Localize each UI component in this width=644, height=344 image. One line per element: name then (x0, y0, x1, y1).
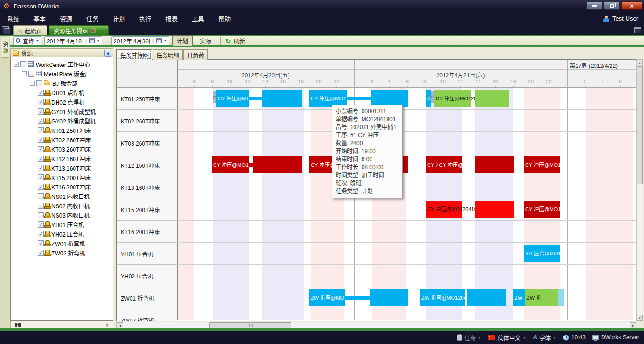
tree-item[interactable]: ✓KT02 260T冲床 (11, 135, 113, 144)
date-to-picker[interactable]: 2012年 4月30日 ▼ (111, 36, 169, 45)
menu-item-执行[interactable]: 执行 (132, 14, 158, 23)
gantt-bar[interactable]: CY 冲压@MO12041904 (212, 156, 249, 173)
tree-checkbox[interactable]: ✓ (38, 250, 44, 256)
tree-checkbox[interactable]: ✓ (38, 174, 44, 180)
gantt-bar[interactable]: CY 冲压@MO12041902 (434, 90, 471, 107)
gantt-bar[interactable] (262, 90, 302, 107)
vscroll-thumb[interactable] (637, 66, 643, 184)
chevron-down-icon[interactable]: ▼ (523, 336, 526, 339)
tree-checkbox[interactable]: ✓ (38, 137, 44, 143)
tab-daily-load[interactable]: 日负荷 (183, 49, 208, 60)
tree-checkbox[interactable]: ✓ (38, 240, 44, 246)
tree-checkbox[interactable] (38, 212, 44, 218)
tree-checkbox[interactable] (38, 193, 44, 199)
minimize-button[interactable] (586, 1, 603, 10)
actual-button[interactable]: 实际 (196, 36, 215, 46)
refresh-button[interactable]: 刷新 (234, 36, 249, 46)
tree-item[interactable]: ✓YH02 压合机 (11, 229, 113, 238)
menu-item-任务[interactable]: 任务 (79, 14, 106, 23)
gantt-bar[interactable] (558, 289, 564, 306)
date-from-picker[interactable]: 2012年 4月18日 ▼ (44, 36, 102, 45)
statusbar-item-10:43[interactable]: 10:43 (563, 334, 586, 341)
tree-item[interactable]: NS02 内收口机 (11, 201, 113, 210)
gantt-bar[interactable] (249, 163, 253, 167)
plan-button[interactable]: 计划 (172, 35, 193, 46)
scroll-right-icon[interactable]: ▶ (630, 322, 636, 328)
tree-item[interactable]: ✓GY01 外桶成型机 (11, 106, 113, 116)
tab-start-page[interactable]: ⌂ 起始页 (13, 25, 47, 35)
menu-item-资源[interactable]: 资源 (53, 14, 79, 23)
gantt-bar[interactable]: C (426, 90, 431, 107)
gantt-bar[interactable]: CY 冲压@MO12041903 (426, 201, 462, 218)
tree-checkbox[interactable]: ✓ (38, 118, 44, 124)
hscroll-thumb[interactable] (209, 322, 291, 328)
expander-icon[interactable]: − (30, 81, 35, 86)
tree-checkbox[interactable]: ✓ (38, 156, 44, 162)
chevron-down-icon[interactable]: ▼ (97, 39, 100, 42)
gantt-bar[interactable]: CY 冲压@MO1 (524, 156, 560, 173)
statusbar-item-DWorks Server[interactable]: DWorks Server (592, 334, 639, 341)
menu-item-报表[interactable]: 报表 (158, 14, 185, 23)
tab-close-icon[interactable]: × (91, 28, 96, 33)
tree-checkbox[interactable]: ✓ (38, 165, 44, 171)
restore-button[interactable] (604, 1, 620, 10)
panels-icon[interactable] (2, 26, 9, 33)
tree-checkbox[interactable]: ✓ (38, 221, 44, 228)
tree-item[interactable]: −Metal Plate 钣金厂 (11, 69, 113, 78)
tree-item[interactable]: NS01 内收口机 (11, 191, 113, 201)
gantt-bar[interactable]: ZW 折弯@MO12041901 (420, 289, 465, 306)
gantt-bar[interactable] (475, 201, 514, 218)
statusbar-item-字体[interactable]: A字体▼ (533, 334, 556, 342)
statusbar-item-简体中文[interactable]: 简体中文▼ (488, 334, 526, 342)
gantt-bar[interactable]: CY 冲压@MO1 (524, 201, 560, 218)
gantt-bar[interactable]: CY 冲 (426, 156, 438, 173)
gantt-bar[interactable] (467, 289, 506, 306)
gantt-bar[interactable]: ZW 折 (525, 289, 558, 306)
tree-checkbox[interactable]: ✓ (38, 146, 44, 152)
window-list-icon[interactable] (634, 27, 641, 33)
chevron-down-icon[interactable]: ▼ (164, 39, 167, 42)
expander-icon[interactable]: − (22, 71, 27, 76)
close-button[interactable]: × (621, 1, 642, 10)
gantt-bar[interactable]: ZW (513, 289, 525, 306)
gantt-bar[interactable]: ZW 折弯@MO12041901 (309, 289, 345, 306)
tree-checkbox[interactable] (20, 61, 26, 67)
menu-item-计划[interactable]: 计划 (106, 14, 132, 23)
tree-item[interactable]: NS03 内收口机 (11, 210, 113, 220)
menu-item-帮助[interactable]: 帮助 (211, 14, 238, 23)
menu-item-工具[interactable]: 工具 (185, 14, 211, 23)
gantt-bar[interactable] (475, 156, 514, 173)
scroll-left-icon[interactable]: ◀ (117, 322, 123, 328)
tree-item[interactable]: −WorkCenter 工作中心 (11, 59, 113, 69)
tree-checkbox[interactable]: ✓ (38, 184, 44, 190)
close-panel-icon[interactable]: × (105, 321, 109, 328)
vertical-scrollbar[interactable]: ▲ ▼ (636, 59, 643, 321)
tree-checkbox[interactable]: ✓ (38, 90, 44, 96)
chevron-down-icon[interactable]: ▼ (553, 336, 556, 339)
gantt-bar[interactable] (253, 156, 302, 173)
tree-item[interactable]: ✓DH01 点焊机 (11, 88, 113, 97)
search-combo[interactable]: 查询 ▼ (13, 36, 41, 45)
tab-task-gantt[interactable]: 任务甘特图 (116, 49, 152, 60)
menu-item-基本[interactable]: 基本 (26, 14, 53, 23)
gantt-bar[interactable]: CY 冲压@MO12041904 (438, 156, 462, 173)
tree-item[interactable]: ✓KT13 160T冲床 (11, 163, 113, 172)
tree-checkbox[interactable]: ✓ (38, 99, 44, 105)
tree-checkbox[interactable]: ✓ (38, 231, 44, 237)
tree-checkbox[interactable]: ✓ (38, 127, 44, 133)
setup-chip[interactable]: C (213, 91, 216, 103)
tree-item[interactable]: ✓GY02 外桶成型机 (11, 116, 113, 125)
expander-icon[interactable]: − (14, 62, 19, 67)
tree-item[interactable]: ✓DH02 点焊机 (11, 97, 113, 106)
tree-item[interactable]: ✓KT03 260T冲床 (11, 144, 113, 154)
tree-item[interactable]: ✓KT15 200T冲床 (11, 172, 113, 182)
collapsed-panel-tab[interactable]: 资源 (1, 37, 9, 58)
tree-item[interactable]: −BJ 钣金部 (11, 78, 113, 88)
setup-chip[interactable]: C (431, 91, 434, 103)
tree-item[interactable]: ✓YH01 压合机 (11, 220, 113, 229)
tab-resource-task-view[interactable]: 资源任务视图 × (49, 25, 109, 35)
statusbar-item-任务[interactable]: 任务▼ (457, 334, 481, 342)
tree-item[interactable]: ✓KT16 200T冲床 (11, 182, 113, 191)
chevron-down-icon[interactable]: ▼ (478, 336, 481, 339)
tab-task-detail[interactable]: 任务明细 (153, 49, 183, 60)
